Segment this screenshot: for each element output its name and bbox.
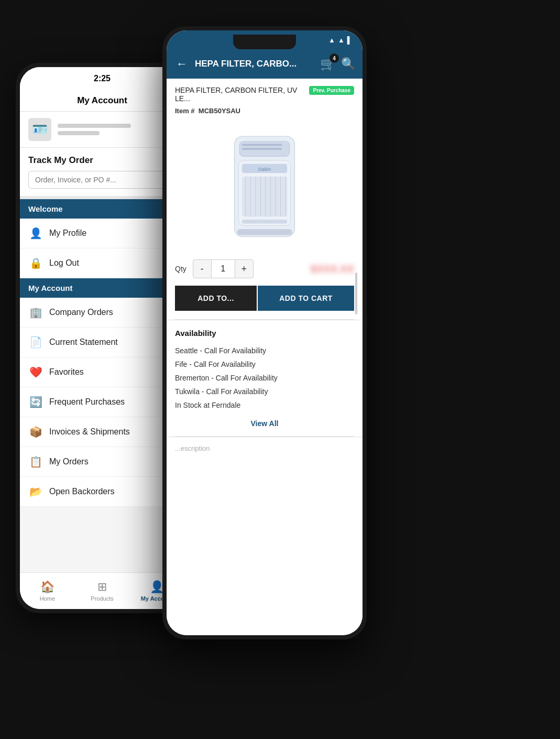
status-icons: ▲ ▲ ▌ [328, 36, 352, 44]
my-profile-label: My Profile [49, 229, 86, 238]
add-to-button[interactable]: ADD TO... [175, 286, 257, 311]
my-account-section-header: My Account [20, 278, 184, 298]
nav-title: HEPA FILTER, CARBO... [195, 59, 315, 69]
favorites-label: Favorites [49, 367, 84, 377]
item-num-value: MCB50YSAU [199, 107, 240, 115]
sidebar-item-company-orders[interactable]: 🏢 Company Orders [20, 298, 184, 328]
product-item-num: Item # MCB50YSAU [167, 107, 363, 121]
product-price: $XXX.XX [311, 263, 354, 275]
back-phone-screen: 2:25 My Account 🪪 Track My Order Welcome… [20, 67, 184, 609]
user-info-lines [58, 124, 131, 135]
back-header-title: My Account [77, 95, 127, 105]
user-card: 🪪 [20, 112, 184, 148]
sidebar-item-current-statement[interactable]: 📄 Current Statement [20, 328, 184, 357]
availability-title: Availability [175, 329, 354, 338]
availability-section: Availability Seattle - Call For Availabi… [167, 320, 363, 436]
phone-notch [233, 35, 296, 49]
avail-item-2: Bremerton - Call For Availability [175, 371, 354, 385]
add-to-cart-button[interactable]: ADD TO CART [258, 286, 354, 311]
open-backorders-label: Open Backorders [49, 487, 115, 496]
frequent-purchases-label: Frequent Purchases [49, 397, 125, 407]
description-stub: ...escription [167, 437, 363, 460]
sidebar-item-frequent-purchases[interactable]: 🔄 Frequent Purchases [20, 387, 184, 417]
battery-icon: ▌ [347, 36, 352, 44]
log-out-label: Log Out [49, 258, 79, 268]
front-phone: ▲ ▲ ▌ ← HEPA FILTER, CARBO... 🛒 4 🔍 HEPA… [162, 26, 367, 639]
back-status-bar: 2:25 [20, 67, 184, 90]
qty-minus-button[interactable]: - [193, 259, 212, 278]
item-num-label: Item # [175, 107, 195, 115]
view-all-link[interactable]: View All [175, 419, 354, 428]
bottom-nav-home[interactable]: 🏠 Home [20, 580, 75, 602]
company-orders-label: Company Orders [49, 308, 113, 317]
current-statement-icon: 📄 [28, 335, 43, 350]
minus-icon: - [201, 264, 204, 275]
sidebar-item-log-out[interactable]: 🔒 Log Out [20, 248, 184, 278]
wifi-icon: ▲ [328, 36, 335, 44]
svg-rect-2 [242, 144, 282, 146]
user-avatar-icon: 🪪 [32, 122, 48, 137]
profile-icon: 👤 [28, 226, 43, 241]
sidebar-item-my-profile[interactable]: 👤 My Profile [20, 219, 184, 248]
svg-rect-18 [237, 229, 292, 235]
action-buttons: ADD TO... ADD TO CART [167, 286, 363, 319]
products-label: Products [91, 595, 113, 602]
front-phone-screen: ▲ ▲ ▌ ← HEPA FILTER, CARBO... 🛒 4 🔍 HEPA… [167, 30, 363, 635]
search-button[interactable]: 🔍 [341, 57, 355, 71]
home-label: Home [40, 595, 55, 602]
avail-item-1: Fife - Call For Availability [175, 357, 354, 371]
company-orders-icon: 🏢 [28, 305, 43, 320]
current-statement-label: Current Statement [49, 338, 118, 347]
favorites-icon: ❤️ [28, 365, 43, 379]
sidebar-item-my-orders[interactable]: 📋 My Orders [20, 447, 184, 477]
open-backorders-icon: 📂 [28, 484, 43, 499]
svg-rect-17 [242, 220, 287, 224]
avail-item-4: In Stock at Ferndale [175, 398, 354, 412]
description-prefix: ... [175, 444, 181, 452]
product-content: HEPA FILTER, CARBON FILTER, UV LE... Pre… [167, 79, 363, 635]
home-icon: 🏠 [40, 580, 54, 594]
qty-label: Qty [175, 265, 186, 273]
qty-price-section: Qty - 1 + $XXX.XX [167, 252, 363, 286]
product-title-section: HEPA FILTER, CARBON FILTER, UV LE... Pre… [167, 79, 363, 107]
back-header: My Account [20, 90, 184, 112]
bottom-nav-back: 🏠 Home ⊞ Products 👤 My Account [20, 572, 184, 609]
invoices-shipments-label: Invoices & Shipments [49, 427, 130, 437]
qty-plus-button[interactable]: + [235, 259, 254, 278]
sidebar-item-invoices-shipments[interactable]: 📦 Invoices & Shipments [20, 417, 184, 447]
svg-text:Daikin: Daikin [258, 167, 271, 172]
back-button[interactable]: ← [174, 55, 190, 73]
sidebar-item-favorites[interactable]: ❤️ Favorites [20, 357, 184, 387]
product-image: Daikin [212, 126, 317, 242]
prev-purchase-badge: Prev. Purchase [309, 86, 354, 95]
track-section: Track My Order [20, 148, 184, 199]
svg-rect-3 [242, 148, 282, 150]
welcome-section-header: Welcome [20, 199, 184, 219]
product-name: HEPA FILTER, CARBON FILTER, UV LE... [175, 86, 305, 103]
plus-icon: + [241, 264, 247, 275]
back-status-time: 2:25 [94, 74, 111, 83]
scroll-indicator [355, 273, 357, 314]
logout-icon: 🔒 [28, 256, 43, 270]
description-text: escription [181, 444, 210, 452]
my-orders-icon: 📋 [28, 454, 43, 469]
user-avatar-box: 🪪 [28, 118, 51, 141]
bottom-nav-products[interactable]: ⊞ Products [75, 580, 130, 602]
signal-icon: ▲ [338, 36, 345, 44]
frequent-purchases-icon: 🔄 [28, 395, 43, 409]
track-input[interactable] [28, 171, 176, 189]
track-title: Track My Order [28, 155, 176, 166]
user-name-line [58, 124, 131, 128]
cart-button[interactable]: 🛒 4 [320, 57, 336, 71]
qty-controls: - 1 + [193, 259, 254, 278]
user-subtitle-line [58, 131, 100, 135]
avail-item-3: Tukwila - Call For Availability [175, 385, 354, 398]
cart-badge: 4 [330, 53, 339, 63]
qty-value: 1 [212, 259, 235, 278]
invoices-shipments-icon: 📦 [28, 425, 43, 439]
my-orders-label: My Orders [49, 457, 89, 466]
avail-item-0: Seattle - Call For Availability [175, 344, 354, 357]
products-icon: ⊞ [97, 580, 107, 594]
top-nav: ← HEPA FILTER, CARBO... 🛒 4 🔍 [167, 49, 363, 79]
sidebar-item-open-backorders[interactable]: 📂 Open Backorders [20, 477, 184, 507]
